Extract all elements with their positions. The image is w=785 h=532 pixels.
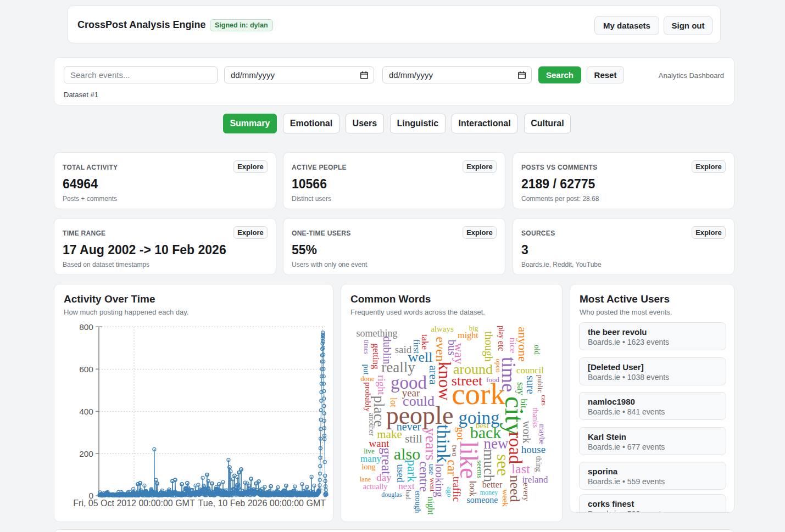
svg-text:600: 600 <box>79 365 93 374</box>
svg-text:400: 400 <box>79 407 93 416</box>
svg-text:Tue, 10 Feb 2026 00:00:00 GMT: Tue, 10 Feb 2026 00:00:00 GMT <box>198 499 326 508</box>
svg-text:Fri, 05 Oct 2012 00:00:00 GMT: Fri, 05 Oct 2012 00:00:00 GMT <box>73 499 195 508</box>
svg-text:800: 800 <box>79 322 93 332</box>
svg-text:200: 200 <box>79 449 93 458</box>
